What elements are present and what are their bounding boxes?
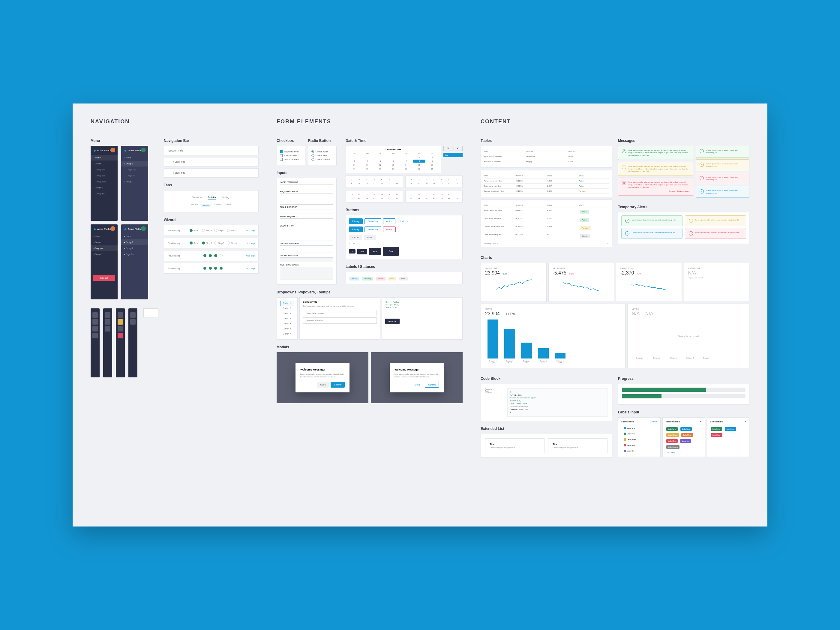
code-content[interactable]: { "id": "id": 4821, "name": "name": "sam…	[507, 388, 608, 417]
pagination-controls[interactable]: ‹ 1 2 3 ›	[602, 243, 609, 245]
calendar-alt[interactable]: 1516171819202122232425262728	[346, 190, 403, 202]
menu-item[interactable]: Home	[121, 234, 148, 239]
dropdown-item[interactable]: Option 4	[280, 316, 294, 321]
danger-outline-button[interactable]: Delete	[383, 226, 396, 232]
menu-item-group[interactable]: Group 1	[91, 161, 118, 166]
menu-item[interactable]: Page one	[91, 245, 118, 251]
size-button[interactable]: Btn	[383, 247, 399, 256]
logout-button[interactable]: Sign out	[93, 275, 115, 281]
size-button[interactable]: Btn	[357, 249, 367, 254]
menu-item-sub[interactable]: Page four	[91, 191, 118, 196]
tooltip-example[interactable]: Hover me	[385, 319, 399, 324]
home-icon[interactable]	[130, 312, 136, 318]
subtab[interactable]: Sub four	[225, 204, 232, 207]
menu-item[interactable]: Group 2	[91, 251, 118, 257]
calendar-alt[interactable]: 1516171819202122232425262728	[405, 190, 463, 202]
dropdown-item[interactable]: Option 2	[280, 306, 294, 311]
warning-icon[interactable]	[118, 319, 123, 325]
dropdown-item[interactable]: Option 7	[280, 331, 294, 336]
menu-item-home[interactable]: Home	[91, 155, 118, 161]
primary-button[interactable]: Primary	[349, 218, 363, 224]
tab-settings[interactable]: Settings	[222, 196, 231, 200]
avatar[interactable]	[141, 226, 146, 231]
list-card[interactable]: TitleShort description text goes here	[485, 438, 545, 453]
size-button[interactable]: Btn	[369, 248, 381, 255]
link-button[interactable]: Link text	[397, 218, 412, 224]
select-input[interactable]: ▾	[280, 245, 333, 253]
checkbox[interactable]	[280, 158, 283, 161]
modal-cancel-button[interactable]: Close	[317, 382, 329, 388]
outline-button[interactable]: Secondary	[365, 226, 381, 232]
settings-icon[interactable]	[92, 326, 98, 332]
subtab[interactable]: Sub one	[191, 204, 198, 207]
close-icon[interactable]: ✕	[744, 421, 746, 423]
breadcrumb[interactable]: < Child Title	[164, 168, 259, 178]
text-input[interactable]	[280, 184, 333, 189]
calendar-alt[interactable]: 1234567891011121314	[346, 175, 403, 188]
light-button[interactable]: Action	[364, 235, 376, 240]
size-button[interactable]: Btn	[349, 249, 355, 254]
dropdown-item[interactable]: Option 3	[280, 311, 294, 316]
menu-item[interactable]: Home	[121, 155, 148, 161]
dropdown-item[interactable]: Option 1	[280, 301, 294, 306]
home-icon[interactable]	[118, 312, 123, 318]
modal-ok-button[interactable]: Confirm	[425, 382, 439, 388]
dropdown-item[interactable]: Option 6	[280, 326, 294, 331]
outline-button[interactable]: Action	[383, 218, 395, 224]
tab-overview[interactable]: Overview	[192, 196, 202, 200]
light-button[interactable]: Cancel	[349, 235, 362, 240]
textarea[interactable]	[280, 228, 333, 241]
breadcrumb[interactable]: < Child Title	[164, 157, 259, 166]
bell-icon[interactable]	[105, 326, 111, 332]
calendar[interactable]: December 2023 SuMoTuWeThFrSa 12 3456789 …	[346, 146, 441, 173]
wizard-prev-link[interactable]: Previous step	[168, 229, 180, 232]
menu-item-sub[interactable]: Page one	[91, 167, 118, 172]
menu-item-sub[interactable]: Page two	[91, 173, 118, 178]
list-icon[interactable]	[130, 319, 136, 325]
list-icon[interactable]	[92, 319, 98, 325]
add-label-link[interactable]: + Add label	[666, 452, 702, 453]
list-icon[interactable]	[118, 326, 123, 332]
dismiss-link[interactable]: Dismiss	[668, 190, 675, 192]
change-link[interactable]: Change	[650, 421, 657, 423]
home-icon[interactable]	[92, 312, 98, 318]
user-icon[interactable]	[92, 333, 98, 338]
list-card[interactable]: TitleShort description text goes here	[548, 438, 608, 453]
modal-cancel-button[interactable]: Close	[411, 382, 423, 388]
checkbox[interactable]	[280, 150, 283, 153]
textarea[interactable]	[280, 267, 333, 280]
primary-button[interactable]: Primary	[349, 226, 363, 232]
calendar-alt[interactable]: 1234567891011121314	[405, 175, 463, 188]
email-input[interactable]	[280, 209, 333, 214]
menu-item[interactable]: Group 1	[121, 161, 148, 166]
menu-item[interactable]: Page four	[121, 251, 148, 257]
ampm-toggle[interactable]: AM	[444, 153, 463, 157]
avatar[interactable]	[141, 148, 146, 152]
tab-details[interactable]: Details	[208, 196, 216, 200]
subtab[interactable]: Sub two	[201, 204, 211, 207]
search-input[interactable]	[280, 218, 333, 223]
menu-item-sub[interactable]: Page three	[91, 179, 118, 185]
dropdown-item[interactable]: Option 5	[280, 321, 294, 326]
close-icon[interactable]: ✕	[700, 421, 702, 423]
menu-item[interactable]: Home	[91, 234, 118, 239]
modal-ok-button[interactable]: Confirm	[331, 382, 345, 388]
menu-item[interactable]: Group 2	[121, 245, 148, 251]
checkbox[interactable]	[280, 154, 283, 157]
wizard-next-link[interactable]: Next step	[246, 229, 255, 232]
time-picker[interactable]: 0845	[444, 146, 463, 151]
menu-item[interactable]: Group 2	[121, 179, 148, 185]
text-input[interactable]	[280, 194, 333, 198]
menu-item[interactable]: Group 1	[91, 239, 118, 245]
star-icon[interactable]	[105, 319, 111, 325]
avatar[interactable]	[111, 148, 115, 152]
menu-item[interactable]: Group 1	[121, 239, 148, 245]
avatar[interactable]	[111, 226, 115, 231]
radio[interactable]	[311, 150, 314, 153]
subtab[interactable]: Sub three	[214, 204, 222, 207]
radio[interactable]	[311, 158, 314, 161]
home-icon[interactable]	[105, 312, 111, 318]
menu-item-sub[interactable]: Page one	[121, 167, 148, 172]
menu-item-sub[interactable]: Page two	[121, 173, 148, 178]
outline-button[interactable]: Secondary	[365, 218, 381, 224]
